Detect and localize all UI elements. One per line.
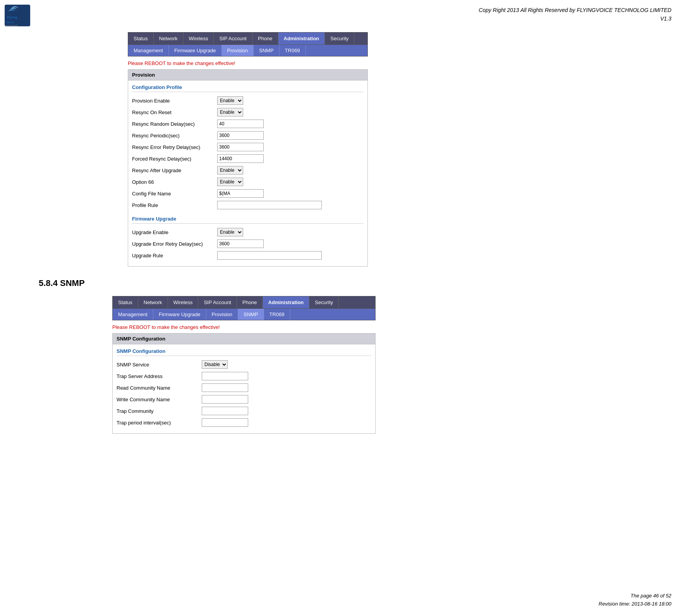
profile-rule-row: Profile Rule — [132, 200, 364, 210]
firmware-upgrade-title: Firmware Upgrade — [132, 216, 364, 224]
provision-page-content: Please REBOOT to make the changes effect… — [128, 60, 368, 267]
upgrade-error-retry-label: Upgrade Error Retry Delay(sec) — [132, 241, 217, 247]
option-66-label: Option 66 — [132, 179, 217, 185]
resync-error-retry-label: Resync Error Retry Delay(sec) — [132, 144, 217, 150]
upgrade-error-retry-row: Upgrade Error Retry Delay(sec) — [132, 239, 364, 248]
forced-resync-delay-label: Forced Resync Delay(sec) — [132, 156, 217, 162]
provision-enable-row: Provision Enable Enable Disable — [132, 96, 364, 105]
trap-period-interval-label: Trap period interval(sec) — [117, 420, 202, 426]
upgrade-enable-row: Upgrade Enable Enable Disable — [132, 228, 364, 237]
trap-period-interval-input[interactable] — [202, 418, 248, 427]
upgrade-error-retry-input[interactable] — [217, 240, 264, 248]
forced-resync-delay-input[interactable] — [217, 154, 264, 163]
upgrade-rule-row: Upgrade Rule — [132, 251, 364, 260]
tab-network-2[interactable]: Network — [138, 296, 168, 308]
resync-random-delay-label: Resync Random Delay(sec) — [132, 121, 217, 127]
revision-time: Revision time: 2013-08-16 18:00 — [599, 600, 671, 608]
tab-administration-2[interactable]: Administration — [263, 296, 310, 308]
resync-on-reset-select[interactable]: Enable Disable — [217, 108, 243, 116]
subtab-management-1[interactable]: Management — [128, 45, 169, 56]
tab-phone-2[interactable]: Phone — [237, 296, 263, 308]
snmp-section-heading: 5.8.4 SNMP — [39, 278, 683, 288]
option-66-row: Option 66 Enable Disable — [132, 177, 364, 187]
provision-enable-label: Provision Enable — [132, 98, 217, 104]
upgrade-rule-label: Upgrade Rule — [132, 253, 217, 258]
trap-community-label: Trap Community — [117, 408, 202, 414]
config-file-name-input[interactable] — [217, 189, 264, 198]
sub-nav-bar-2: Management Firmware Upgrade Provision SN… — [112, 309, 376, 320]
page-info: The page 46 of 52 — [599, 592, 671, 600]
trap-community-input[interactable] — [202, 407, 248, 415]
upgrade-rule-input[interactable] — [217, 251, 322, 260]
read-community-name-input[interactable] — [202, 383, 248, 392]
resync-error-retry-input[interactable] — [217, 143, 264, 151]
config-file-name-label: Config File Name — [132, 191, 217, 197]
sub-nav-bar-1: Management Firmware Upgrade Provision SN… — [128, 45, 368, 56]
snmp-config-title: SNMP Configuration — [117, 348, 371, 356]
page-footer: The page 46 of 52 Revision time: 2013-08… — [599, 592, 671, 608]
snmp-section-header: SNMP Configuration — [112, 333, 376, 344]
page-header: Flying Voice VoiceoverIP Copy Right 2013… — [0, 0, 683, 32]
trap-server-address-row: Trap Server Address — [117, 371, 371, 381]
svg-text:Flying: Flying — [7, 15, 17, 19]
tab-security-2[interactable]: Security — [309, 296, 339, 308]
tab-wireless-1[interactable]: Wireless — [184, 33, 214, 44]
trap-server-address-input[interactable] — [202, 372, 248, 380]
tab-status-2[interactable]: Status — [113, 296, 138, 308]
provision-section-body: Configuration Profile Provision Enable E… — [128, 80, 368, 267]
upgrade-enable-label: Upgrade Enable — [132, 229, 217, 235]
subtab-provision-2[interactable]: Provision — [206, 309, 238, 320]
resync-error-retry-row: Resync Error Retry Delay(sec) — [132, 142, 364, 152]
svg-text:VoiceoverIP: VoiceoverIP — [5, 24, 17, 27]
subtab-tr069-1[interactable]: TR069 — [280, 45, 306, 56]
subtab-tr069-2[interactable]: TR069 — [264, 309, 290, 320]
provision-section-header: Provision — [128, 69, 368, 80]
tab-phone-1[interactable]: Phone — [252, 33, 278, 44]
resync-periodic-row: Resync Periodic(sec) — [132, 131, 364, 140]
snmp-service-select[interactable]: Disable Enable — [202, 360, 228, 369]
reboot-notice-2: Please REBOOT to make the changes effect… — [112, 324, 376, 330]
subtab-firmware-upgrade-2[interactable]: Firmware Upgrade — [153, 309, 206, 320]
resync-after-upgrade-label: Resync After Upgrade — [132, 168, 217, 173]
profile-rule-input[interactable] — [217, 201, 322, 209]
snmp-page-content: Please REBOOT to make the changes effect… — [112, 324, 376, 434]
tab-sip-account-2[interactable]: SIP Account — [198, 296, 237, 308]
tab-administration-1[interactable]: Administration — [278, 33, 325, 44]
logo: Flying Voice VoiceoverIP — [4, 4, 35, 28]
subtab-firmware-upgrade-1[interactable]: Firmware Upgrade — [169, 45, 222, 56]
write-community-name-label: Write Community Name — [117, 397, 202, 402]
upgrade-enable-select[interactable]: Enable Disable — [217, 228, 243, 236]
config-profile-title: Configuration Profile — [132, 84, 364, 92]
provision-nav-container: Status Network Wireless SIP Account Phon… — [128, 32, 368, 56]
tab-status-1[interactable]: Status — [128, 33, 154, 44]
tab-sip-account-1[interactable]: SIP Account — [214, 33, 252, 44]
tab-security-1[interactable]: Security — [325, 33, 354, 44]
snmp-section-body: SNMP Configuration SNMP Service Disable … — [112, 344, 376, 434]
write-community-name-input[interactable] — [202, 395, 248, 404]
provision-enable-select[interactable]: Enable Disable — [217, 96, 243, 105]
resync-periodic-input[interactable] — [217, 131, 264, 140]
svg-text:Voice: Voice — [6, 21, 14, 24]
copyright-text: Copy Right 2013 All Rights Reserved by F… — [479, 4, 671, 23]
snmp-nav-container: Status Network Wireless SIP Account Phon… — [112, 296, 376, 320]
resync-after-upgrade-select[interactable]: Enable Disable — [217, 166, 243, 175]
subtab-management-2[interactable]: Management — [113, 309, 153, 320]
tab-network-1[interactable]: Network — [154, 33, 184, 44]
trap-community-row: Trap Community — [117, 406, 371, 416]
forced-resync-delay-row: Forced Resync Delay(sec) — [132, 154, 364, 163]
main-nav-bar-1: Status Network Wireless SIP Account Phon… — [128, 32, 368, 45]
subtab-provision-1[interactable]: Provision — [222, 45, 254, 56]
reboot-notice-1: Please REBOOT to make the changes effect… — [128, 60, 368, 66]
resync-on-reset-label: Resync On Reset — [132, 110, 217, 115]
resync-after-upgrade-row: Resync After Upgrade Enable Disable — [132, 166, 364, 175]
resync-periodic-label: Resync Periodic(sec) — [132, 133, 217, 139]
config-file-name-row: Config File Name — [132, 189, 364, 198]
option-66-select[interactable]: Enable Disable — [217, 178, 243, 186]
tab-wireless-2[interactable]: Wireless — [168, 296, 199, 308]
resync-random-delay-input[interactable] — [217, 120, 264, 128]
subtab-snmp-2[interactable]: SNMP — [238, 309, 264, 320]
read-community-name-label: Read Community Name — [117, 385, 202, 391]
snmp-service-row: SNMP Service Disable Enable — [117, 360, 371, 369]
subtab-snmp-1[interactable]: SNMP — [254, 45, 280, 56]
trap-period-interval-row: Trap period interval(sec) — [117, 418, 371, 427]
